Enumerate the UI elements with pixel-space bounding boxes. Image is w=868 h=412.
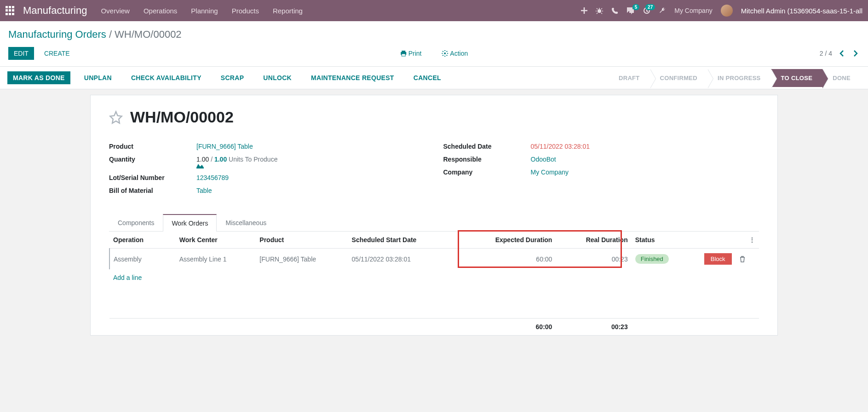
company-switcher[interactable]: My Company: [674, 7, 712, 14]
breadcrumb-parent[interactable]: Manufacturing Orders: [8, 29, 106, 40]
cell-scheduled-start: 05/11/2022 03:28:01: [348, 249, 466, 270]
phone-icon[interactable]: [611, 7, 618, 14]
status-confirmed[interactable]: CONFIRMED: [650, 69, 707, 87]
cell-real-duration: 00:23: [556, 249, 631, 270]
quantity-value: 1.00 / 1.00 Units To Produce: [196, 156, 283, 168]
tab-work-orders[interactable]: Work Orders: [163, 214, 217, 232]
menu-reporting[interactable]: Reporting: [273, 7, 303, 15]
bom-value[interactable]: Table: [196, 187, 212, 194]
col-expected-duration: Expected Duration: [466, 232, 556, 249]
status-to-close[interactable]: TO CLOSE: [771, 69, 823, 87]
cell-work-center: Assembly Line 1: [176, 249, 256, 270]
mark-as-done-button[interactable]: MARK AS DONE: [7, 71, 70, 84]
col-scheduled-start: Scheduled Start Date: [348, 232, 466, 249]
col-real-duration: Real Duration: [556, 232, 631, 249]
columns-menu-icon[interactable]: ⋮: [749, 236, 755, 244]
status-bar: MARK AS DONE UNPLAN CHECK AVAILABILITY S…: [0, 67, 868, 89]
top-navbar: Manufacturing Overview Operations Planni…: [0, 0, 868, 21]
tab-miscellaneous[interactable]: Miscellaneous: [217, 214, 275, 232]
cell-product: [FURN_9666] Table: [256, 249, 348, 270]
plus-icon[interactable]: [581, 7, 587, 14]
activities-icon[interactable]: 27: [643, 7, 650, 14]
company-label: Company: [443, 168, 531, 176]
menu-products[interactable]: Products: [232, 7, 259, 15]
menu-planning[interactable]: Planning: [191, 7, 218, 15]
status-steps: DRAFT CONFIRMED IN PROGRESS TO CLOSE DON…: [609, 69, 861, 87]
check-availability-button[interactable]: CHECK AVAILABILITY: [126, 71, 207, 84]
menu-operations[interactable]: Operations: [144, 7, 177, 15]
totals-row: 60:00 00:23: [109, 318, 759, 335]
breadcrumb-sep: /: [106, 29, 115, 40]
responsible-label: Responsible: [443, 156, 531, 163]
priority-star-icon[interactable]: [109, 110, 123, 124]
qty-to: 1.00: [214, 156, 227, 163]
forecast-icon[interactable]: [196, 163, 283, 168]
edit-button[interactable]: EDIT: [8, 47, 34, 60]
work-orders-table: Operation Work Center Product Scheduled …: [109, 232, 759, 335]
print-button[interactable]: Print: [395, 47, 427, 60]
control-panel: Manufacturing Orders / WH/MO/00002 EDIT …: [0, 21, 868, 67]
status-draft[interactable]: DRAFT: [609, 69, 650, 87]
cell-operation: Assembly: [109, 249, 176, 270]
chevron-left-icon: [839, 50, 844, 57]
pager-prev[interactable]: [838, 50, 846, 57]
company-value[interactable]: My Company: [531, 168, 569, 176]
qty-from: 1.00: [196, 156, 209, 163]
unplan-button[interactable]: UNPLAN: [79, 71, 117, 84]
qty-sep: /: [209, 156, 214, 163]
main-menu: Overview Operations Planning Products Re…: [101, 7, 303, 15]
action-label: Action: [450, 50, 468, 57]
create-button[interactable]: CREATE: [39, 47, 75, 60]
status-badge: Finished: [635, 254, 669, 264]
app-brand[interactable]: Manufacturing: [23, 5, 87, 17]
notebook-tabs: Components Work Orders Miscellaneous: [109, 214, 759, 232]
block-button[interactable]: Block: [704, 253, 732, 265]
quantity-label: Quantity: [109, 156, 196, 168]
cancel-button[interactable]: CANCEL: [408, 71, 447, 84]
table-row[interactable]: Assembly Assembly Line 1 [FURN_9666] Tab…: [109, 249, 759, 270]
maintenance-request-button[interactable]: MAINTENANCE REQUEST: [305, 71, 400, 84]
trash-icon[interactable]: [739, 255, 755, 262]
apps-icon[interactable]: [6, 6, 15, 15]
svg-point-5: [444, 52, 446, 54]
tab-components[interactable]: Components: [109, 214, 163, 232]
col-operation: Operation: [109, 232, 176, 249]
breadcrumb: Manufacturing Orders / WH/MO/00002: [8, 29, 860, 41]
svg-rect-4: [402, 54, 405, 56]
user-label[interactable]: Mitchell Admin (15369054-saas-15-1-all: [741, 7, 862, 15]
chevron-right-icon: [853, 50, 858, 57]
scheduled-date-label: Scheduled Date: [443, 143, 531, 150]
scrap-button[interactable]: SCRAP: [215, 71, 250, 84]
responsible-value[interactable]: OdooBot: [531, 156, 556, 163]
product-value[interactable]: [FURN_9666] Table: [196, 143, 253, 150]
messages-icon[interactable]: 5: [627, 7, 635, 14]
svg-point-0: [598, 9, 601, 13]
lot-label: Lot/Serial Number: [109, 174, 196, 181]
order-title: WH/MO/00002: [130, 108, 234, 126]
bug-icon[interactable]: [596, 7, 603, 14]
add-line-row: Add a line: [109, 269, 759, 286]
col-work-center: Work Center: [176, 232, 256, 249]
gear-icon: [442, 50, 448, 57]
company-name: My Company: [674, 7, 712, 14]
cell-expected-duration: 60:00: [466, 249, 556, 270]
form-sheet: WH/MO/00002 Product [FURN_9666] Table Qu…: [90, 95, 778, 336]
product-label: Product: [109, 143, 196, 150]
add-line-link[interactable]: Add a line: [113, 274, 142, 281]
avatar[interactable]: [721, 5, 733, 17]
qty-suffix: To Produce: [243, 156, 277, 163]
status-in-progress[interactable]: IN PROGRESS: [707, 69, 771, 87]
pager-counter: 2 / 4: [820, 50, 832, 57]
scheduled-date-value: 05/11/2022 03:28:01: [531, 143, 590, 150]
menu-overview[interactable]: Overview: [101, 7, 130, 15]
col-product: Product: [256, 232, 348, 249]
unlock-button[interactable]: UNLOCK: [258, 71, 297, 84]
lot-value[interactable]: 123456789: [196, 174, 229, 181]
breadcrumb-current: WH/MO/00002: [115, 29, 182, 40]
wrench-icon[interactable]: [659, 7, 666, 14]
col-status: Status: [632, 232, 688, 249]
action-button[interactable]: Action: [436, 47, 473, 60]
svg-rect-2: [402, 51, 405, 52]
pager-next[interactable]: [851, 50, 860, 57]
print-label: Print: [408, 50, 422, 57]
